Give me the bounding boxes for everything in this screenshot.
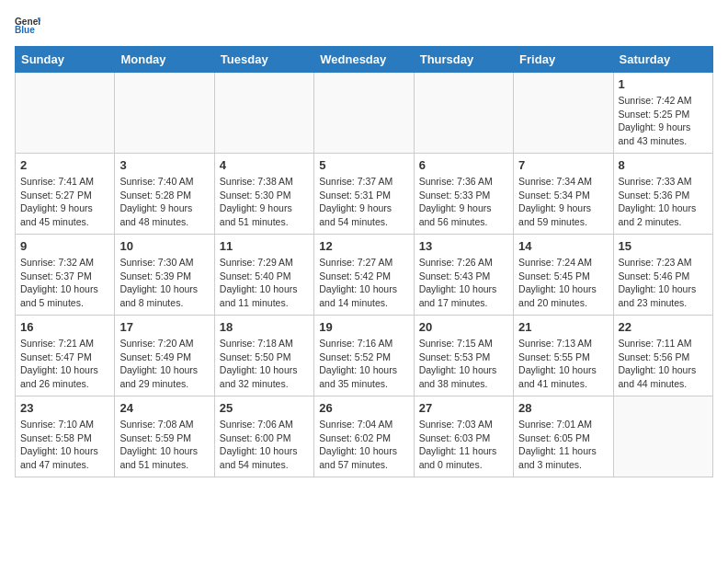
weekday-header-tuesday: Tuesday — [214, 47, 313, 73]
day-info: Sunrise: 7:15 AM Sunset: 5:53 PM Dayligh… — [419, 337, 508, 391]
week-row-3: 9Sunrise: 7:32 AM Sunset: 5:37 PM Daylig… — [16, 235, 713, 316]
day-number: 8 — [619, 158, 708, 172]
day-number: 9 — [20, 239, 109, 253]
day-number: 21 — [518, 320, 608, 334]
day-number: 5 — [319, 158, 408, 172]
calendar-cell: 27Sunrise: 7:03 AM Sunset: 6:03 PM Dayli… — [414, 396, 513, 477]
calendar-cell: 6Sunrise: 7:36 AM Sunset: 5:33 PM Daylig… — [414, 154, 513, 235]
calendar-cell: 13Sunrise: 7:26 AM Sunset: 5:43 PM Dayli… — [414, 235, 513, 316]
day-info: Sunrise: 7:18 AM Sunset: 5:50 PM Dayligh… — [220, 337, 309, 391]
day-number: 19 — [319, 320, 408, 334]
day-info: Sunrise: 7:04 AM Sunset: 6:02 PM Dayligh… — [319, 418, 408, 472]
day-number: 10 — [119, 239, 209, 253]
calendar-cell: 12Sunrise: 7:27 AM Sunset: 5:42 PM Dayli… — [314, 235, 414, 316]
weekday-header-sunday: Sunday — [16, 47, 115, 73]
day-info: Sunrise: 7:32 AM Sunset: 5:37 PM Dayligh… — [20, 256, 109, 310]
svg-text:Blue: Blue — [15, 25, 35, 35]
day-info: Sunrise: 7:41 AM Sunset: 5:27 PM Dayligh… — [20, 175, 109, 229]
day-number: 27 — [419, 401, 508, 415]
weekday-header-saturday: Saturday — [613, 47, 712, 73]
calendar-cell: 25Sunrise: 7:06 AM Sunset: 6:00 PM Dayli… — [214, 396, 313, 477]
calendar-cell: 18Sunrise: 7:18 AM Sunset: 5:50 PM Dayli… — [214, 316, 313, 396]
day-info: Sunrise: 7:13 AM Sunset: 5:55 PM Dayligh… — [518, 337, 608, 391]
week-row-4: 16Sunrise: 7:21 AM Sunset: 5:47 PM Dayli… — [16, 316, 713, 396]
day-info: Sunrise: 7:24 AM Sunset: 5:45 PM Dayligh… — [518, 256, 608, 310]
day-info: Sunrise: 7:42 AM Sunset: 5:25 PM Dayligh… — [619, 94, 708, 148]
calendar-cell: 9Sunrise: 7:32 AM Sunset: 5:37 PM Daylig… — [16, 235, 115, 316]
calendar-cell — [414, 73, 513, 154]
day-number: 28 — [518, 401, 608, 415]
week-row-2: 2Sunrise: 7:41 AM Sunset: 5:27 PM Daylig… — [16, 154, 713, 235]
day-info: Sunrise: 7:27 AM Sunset: 5:42 PM Dayligh… — [319, 256, 408, 310]
week-row-1: 1Sunrise: 7:42 AM Sunset: 5:25 PM Daylig… — [16, 73, 713, 154]
calendar-cell: 7Sunrise: 7:34 AM Sunset: 5:34 PM Daylig… — [514, 154, 613, 235]
calendar-cell: 1Sunrise: 7:42 AM Sunset: 5:25 PM Daylig… — [613, 73, 712, 154]
calendar-cell: 24Sunrise: 7:08 AM Sunset: 5:59 PM Dayli… — [115, 396, 214, 477]
day-info: Sunrise: 7:26 AM Sunset: 5:43 PM Dayligh… — [419, 256, 508, 310]
calendar-cell — [115, 73, 214, 154]
generalblue-logo-icon: General Blue — [15, 15, 40, 35]
day-info: Sunrise: 7:08 AM Sunset: 5:59 PM Dayligh… — [119, 418, 209, 472]
calendar-cell: 3Sunrise: 7:40 AM Sunset: 5:28 PM Daylig… — [115, 154, 214, 235]
logo: General Blue — [15, 15, 40, 35]
calendar-cell: 19Sunrise: 7:16 AM Sunset: 5:52 PM Dayli… — [314, 316, 414, 396]
day-number: 22 — [619, 320, 708, 334]
calendar-cell — [16, 73, 115, 154]
calendar-cell — [314, 73, 414, 154]
day-number: 24 — [119, 401, 209, 415]
calendar-cell — [613, 396, 712, 477]
day-number: 18 — [220, 320, 309, 334]
calendar-cell: 17Sunrise: 7:20 AM Sunset: 5:49 PM Dayli… — [115, 316, 214, 396]
calendar-table: SundayMondayTuesdayWednesdayThursdayFrid… — [15, 46, 713, 477]
day-info: Sunrise: 7:03 AM Sunset: 6:03 PM Dayligh… — [419, 418, 508, 472]
calendar-cell: 14Sunrise: 7:24 AM Sunset: 5:45 PM Dayli… — [514, 235, 613, 316]
calendar-cell: 10Sunrise: 7:30 AM Sunset: 5:39 PM Dayli… — [115, 235, 214, 316]
day-number: 4 — [220, 158, 309, 172]
calendar-cell — [514, 73, 613, 154]
day-info: Sunrise: 7:10 AM Sunset: 5:58 PM Dayligh… — [20, 418, 109, 472]
day-number: 23 — [20, 401, 109, 415]
calendar-cell: 22Sunrise: 7:11 AM Sunset: 5:56 PM Dayli… — [613, 316, 712, 396]
calendar-cell: 8Sunrise: 7:33 AM Sunset: 5:36 PM Daylig… — [613, 154, 712, 235]
calendar-cell: 4Sunrise: 7:38 AM Sunset: 5:30 PM Daylig… — [214, 154, 313, 235]
day-info: Sunrise: 7:29 AM Sunset: 5:40 PM Dayligh… — [220, 256, 309, 310]
day-info: Sunrise: 7:20 AM Sunset: 5:49 PM Dayligh… — [119, 337, 209, 391]
day-number: 13 — [419, 239, 508, 253]
day-number: 26 — [319, 401, 408, 415]
day-info: Sunrise: 7:36 AM Sunset: 5:33 PM Dayligh… — [419, 175, 508, 229]
weekday-header-monday: Monday — [115, 47, 214, 73]
day-info: Sunrise: 7:16 AM Sunset: 5:52 PM Dayligh… — [319, 337, 408, 391]
day-info: Sunrise: 7:37 AM Sunset: 5:31 PM Dayligh… — [319, 175, 408, 229]
calendar-cell: 26Sunrise: 7:04 AM Sunset: 6:02 PM Dayli… — [314, 396, 414, 477]
weekday-header-thursday: Thursday — [414, 47, 513, 73]
calendar-cell: 2Sunrise: 7:41 AM Sunset: 5:27 PM Daylig… — [16, 154, 115, 235]
day-number: 15 — [619, 239, 708, 253]
day-info: Sunrise: 7:34 AM Sunset: 5:34 PM Dayligh… — [518, 175, 608, 229]
calendar-cell: 21Sunrise: 7:13 AM Sunset: 5:55 PM Dayli… — [514, 316, 613, 396]
weekday-header-wednesday: Wednesday — [314, 47, 414, 73]
calendar-cell: 20Sunrise: 7:15 AM Sunset: 5:53 PM Dayli… — [414, 316, 513, 396]
day-number: 11 — [220, 239, 309, 253]
day-number: 7 — [518, 158, 608, 172]
day-info: Sunrise: 7:06 AM Sunset: 6:00 PM Dayligh… — [220, 418, 309, 472]
day-info: Sunrise: 7:21 AM Sunset: 5:47 PM Dayligh… — [20, 337, 109, 391]
calendar-cell: 16Sunrise: 7:21 AM Sunset: 5:47 PM Dayli… — [16, 316, 115, 396]
day-number: 16 — [20, 320, 109, 334]
day-number: 2 — [20, 158, 109, 172]
header: General Blue — [15, 15, 713, 35]
day-number: 20 — [419, 320, 508, 334]
calendar-cell: 23Sunrise: 7:10 AM Sunset: 5:58 PM Dayli… — [16, 396, 115, 477]
day-info: Sunrise: 7:40 AM Sunset: 5:28 PM Dayligh… — [119, 175, 209, 229]
day-number: 6 — [419, 158, 508, 172]
calendar-cell: 28Sunrise: 7:01 AM Sunset: 6:05 PM Dayli… — [514, 396, 613, 477]
day-info: Sunrise: 7:33 AM Sunset: 5:36 PM Dayligh… — [619, 175, 708, 229]
calendar-cell — [214, 73, 313, 154]
day-info: Sunrise: 7:23 AM Sunset: 5:46 PM Dayligh… — [619, 256, 708, 310]
weekday-header-friday: Friday — [514, 47, 613, 73]
day-info: Sunrise: 7:30 AM Sunset: 5:39 PM Dayligh… — [119, 256, 209, 310]
day-number: 17 — [119, 320, 209, 334]
day-number: 14 — [518, 239, 608, 253]
calendar-cell: 15Sunrise: 7:23 AM Sunset: 5:46 PM Dayli… — [613, 235, 712, 316]
week-row-5: 23Sunrise: 7:10 AM Sunset: 5:58 PM Dayli… — [16, 396, 713, 477]
day-info: Sunrise: 7:11 AM Sunset: 5:56 PM Dayligh… — [619, 337, 708, 391]
